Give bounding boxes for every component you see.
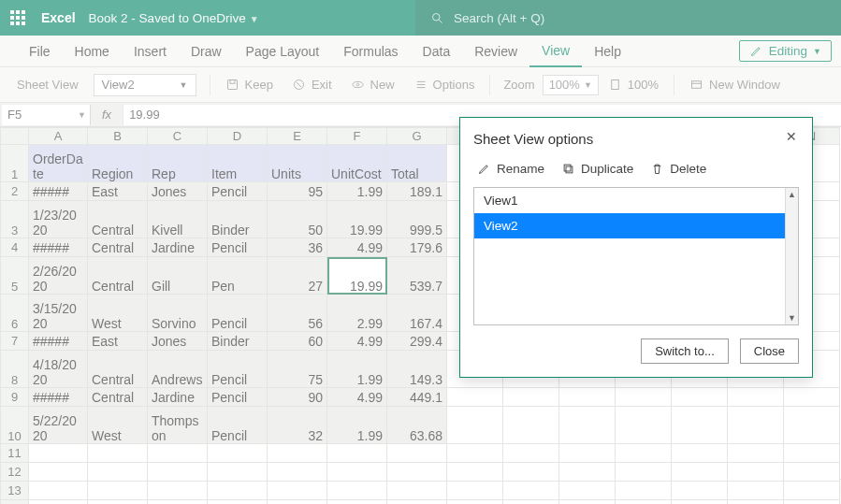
cell[interactable] bbox=[503, 482, 559, 500]
cell[interactable] bbox=[559, 444, 616, 463]
cell[interactable]: 167.4 bbox=[387, 295, 447, 332]
cell[interactable] bbox=[784, 463, 840, 482]
cell[interactable]: 1/23/2020 bbox=[29, 201, 88, 238]
cell[interactable] bbox=[208, 482, 268, 500]
keep-button[interactable]: Keep bbox=[216, 78, 283, 92]
cell[interactable]: Central bbox=[88, 238, 148, 257]
cell[interactable]: Units bbox=[268, 145, 327, 182]
cell[interactable] bbox=[672, 500, 728, 505]
cell[interactable]: 5/22/2020 bbox=[29, 407, 88, 444]
cell[interactable] bbox=[88, 444, 148, 463]
cell[interactable] bbox=[268, 500, 327, 505]
list-item[interactable]: View2 bbox=[474, 213, 798, 238]
cell[interactable]: 1.99 bbox=[327, 407, 387, 444]
cell[interactable] bbox=[784, 388, 840, 407]
cell[interactable] bbox=[503, 444, 559, 463]
cell[interactable]: 4.99 bbox=[327, 388, 387, 407]
duplicate-button[interactable]: Duplicate bbox=[561, 162, 633, 176]
cell[interactable]: Binder bbox=[208, 201, 268, 238]
cell[interactable]: 179.6 bbox=[387, 238, 447, 257]
cell[interactable]: Pencil bbox=[208, 295, 268, 332]
cell[interactable]: ##### bbox=[29, 238, 88, 257]
cell[interactable]: Pen bbox=[208, 257, 268, 295]
cell[interactable] bbox=[616, 482, 672, 500]
cell[interactable]: Jones bbox=[148, 182, 208, 201]
search-box[interactable]: Search (Alt + Q) bbox=[415, 0, 841, 36]
cell[interactable]: 4.99 bbox=[327, 238, 387, 257]
cell[interactable]: 60 bbox=[268, 332, 327, 351]
row-header[interactable]: 14 bbox=[1, 500, 29, 505]
cell[interactable]: 95 bbox=[268, 182, 327, 201]
row-header[interactable]: 4 bbox=[1, 238, 29, 257]
cell[interactable] bbox=[208, 463, 268, 482]
cell[interactable] bbox=[447, 500, 503, 505]
cell[interactable]: Kivell bbox=[148, 201, 208, 238]
cell[interactable]: Jardine bbox=[148, 238, 208, 257]
row-header[interactable]: 9 bbox=[1, 388, 29, 407]
cell[interactable] bbox=[148, 463, 208, 482]
cell[interactable] bbox=[784, 407, 840, 444]
rename-button[interactable]: Rename bbox=[477, 162, 544, 176]
cell[interactable] bbox=[559, 388, 616, 407]
cell[interactable]: Pencil bbox=[208, 388, 268, 407]
cell[interactable] bbox=[672, 444, 728, 463]
cell[interactable] bbox=[728, 388, 784, 407]
close-dialog-button[interactable]: Close bbox=[740, 338, 799, 364]
cell[interactable]: 36 bbox=[268, 238, 327, 257]
cell[interactable] bbox=[503, 388, 559, 407]
cell[interactable]: Binder bbox=[208, 332, 268, 351]
row-header[interactable]: 3 bbox=[1, 201, 29, 238]
cell[interactable]: 27 bbox=[268, 257, 327, 295]
cell[interactable] bbox=[387, 500, 447, 505]
cell[interactable] bbox=[616, 500, 672, 505]
cell[interactable] bbox=[784, 482, 840, 500]
cell[interactable]: 449.1 bbox=[387, 388, 447, 407]
cell[interactable] bbox=[387, 482, 447, 500]
cell[interactable]: 189.1 bbox=[387, 182, 447, 201]
column-header[interactable]: E bbox=[268, 128, 327, 145]
cell[interactable] bbox=[503, 463, 559, 482]
sheet-view-dropdown[interactable]: View2 ▼ bbox=[94, 74, 196, 96]
row-header[interactable]: 8 bbox=[1, 351, 29, 388]
cell[interactable]: Jardine bbox=[148, 388, 208, 407]
tab-data[interactable]: Data bbox=[411, 36, 463, 67]
cell[interactable] bbox=[559, 407, 616, 444]
cell[interactable] bbox=[447, 482, 503, 500]
cell[interactable] bbox=[29, 444, 88, 463]
views-listbox[interactable]: View1View2 ▲ ▼ bbox=[473, 187, 799, 325]
cell[interactable] bbox=[29, 482, 88, 500]
cell[interactable]: Central bbox=[88, 201, 148, 238]
cell[interactable] bbox=[559, 500, 616, 505]
delete-button[interactable]: Delete bbox=[650, 162, 706, 176]
column-header[interactable]: G bbox=[387, 128, 447, 145]
zoom-100-button[interactable]: 100% bbox=[599, 78, 668, 92]
cell[interactable] bbox=[728, 444, 784, 463]
row-header[interactable]: 6 bbox=[1, 295, 29, 332]
cell[interactable]: 75 bbox=[268, 351, 327, 388]
cell[interactable]: 2/26/2020 bbox=[29, 257, 88, 295]
cell[interactable]: Sorvino bbox=[148, 295, 208, 332]
tab-insert[interactable]: Insert bbox=[122, 36, 179, 67]
column-header[interactable]: C bbox=[148, 128, 208, 145]
row-header[interactable]: 13 bbox=[1, 482, 29, 500]
cell[interactable]: ##### bbox=[29, 388, 88, 407]
cell[interactable]: ##### bbox=[29, 182, 88, 201]
cell[interactable]: 999.5 bbox=[387, 201, 447, 238]
editing-mode-button[interactable]: Editing ▼ bbox=[739, 40, 832, 62]
row-header[interactable]: 2 bbox=[1, 182, 29, 201]
cell[interactable] bbox=[616, 444, 672, 463]
cell[interactable] bbox=[387, 463, 447, 482]
cell[interactable] bbox=[148, 444, 208, 463]
cell[interactable]: 4/18/2020 bbox=[29, 351, 88, 388]
cell[interactable]: 63.68 bbox=[387, 407, 447, 444]
cell[interactable]: 299.4 bbox=[387, 332, 447, 351]
cell[interactable]: Pencil bbox=[208, 407, 268, 444]
new-window-button[interactable]: New Window bbox=[680, 78, 790, 92]
cell[interactable]: Total bbox=[387, 145, 447, 182]
cell[interactable] bbox=[616, 407, 672, 444]
cell[interactable]: Item bbox=[208, 145, 268, 182]
cell[interactable] bbox=[447, 463, 503, 482]
cell[interactable] bbox=[327, 482, 387, 500]
cell[interactable] bbox=[616, 388, 672, 407]
cell[interactable] bbox=[672, 407, 728, 444]
